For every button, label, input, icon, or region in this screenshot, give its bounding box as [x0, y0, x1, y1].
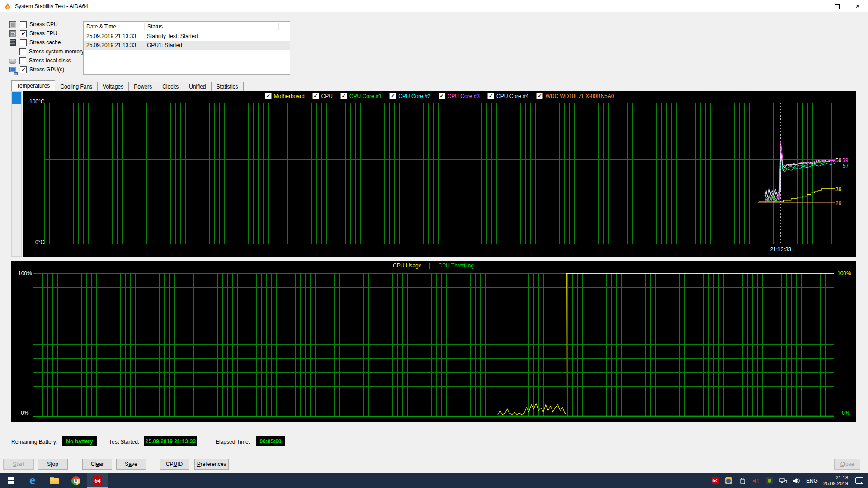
title-bar: System Stability Test - AIDA64 × [0, 0, 868, 12]
stress-option-stress-system-memory[interactable]: Stress system memory [9, 47, 84, 56]
tray-nvidia-button[interactable] [763, 473, 776, 488]
stress-option-label: Stress FPU [29, 30, 57, 37]
remaining-battery-value: No battery [62, 436, 97, 446]
current-value-label: 59 [835, 157, 841, 164]
tray-aida64-button[interactable]: 64 [708, 473, 722, 488]
tray-daemon-tools-button[interactable] [722, 473, 736, 488]
legend-item-cpu[interactable]: ✔CPU [312, 93, 333, 99]
close-window-button[interactable]: × [847, 0, 868, 12]
taskbar-explorer-button[interactable] [43, 473, 65, 488]
stress-option-label: Stress system memory [29, 48, 84, 55]
checkbox[interactable]: ✔ [312, 93, 319, 99]
action-center-icon[interactable] [855, 477, 863, 484]
memory-icon [9, 48, 16, 55]
usage-title-part: CPU Usage [393, 263, 421, 269]
checkbox[interactable]: ✔ [487, 93, 494, 99]
usage-title-part: CPU Throttling [439, 263, 474, 269]
legend-item-wdc-wd10ezex-00bn5a0[interactable]: ✔WDC WD10EZEX-00BN5A0 [536, 93, 614, 99]
event-status: GPU1: Started [144, 41, 278, 50]
tab-clocks[interactable]: Clocks [157, 82, 184, 91]
tab-voltages[interactable]: Voltages [97, 82, 129, 91]
checkbox[interactable]: ✔ [20, 30, 27, 37]
tab-cooling-fans[interactable]: Cooling Fans [55, 82, 98, 91]
tab-strip: TemperaturesCooling FansVoltagesPowersCl… [11, 81, 243, 91]
checkbox[interactable]: ✔ [340, 93, 347, 99]
event-log-row[interactable]: 25.09.2019 21:13:33Stability Test: Start… [84, 32, 290, 41]
cpu-icon [9, 21, 16, 28]
disk-icon [9, 59, 16, 64]
taskbar: e 64 64 [0, 473, 868, 488]
tray-usb-button[interactable] [736, 473, 749, 488]
legend-item-cpu-core-1[interactable]: ✔CPU Core #1 [340, 93, 382, 99]
tray-network-button[interactable] [776, 473, 790, 488]
legend-item-cpu-core-4[interactable]: ✔CPU Core #4 [487, 93, 528, 99]
column-header-datetime[interactable]: Date & Time [84, 23, 145, 30]
tab-powers[interactable]: Powers [128, 82, 157, 91]
scrollbar-thumb[interactable] [12, 92, 21, 104]
preferences-button[interactable]: Preferences [194, 459, 229, 470]
minimize-icon [814, 6, 818, 6]
usage-chart-title: CPU Usage|CPU Throttling [11, 263, 856, 269]
checkbox[interactable] [20, 21, 27, 28]
event-log-header: Date & Time Status [84, 22, 290, 32]
clear-button[interactable]: Clear [82, 459, 112, 470]
minimize-button[interactable] [806, 0, 826, 12]
checkbox[interactable]: ✔ [439, 93, 445, 99]
restore-icon [835, 4, 840, 9]
stop-button[interactable]: Stop [38, 459, 68, 470]
taskbar-clock[interactable]: 21:18 25.09.2019 [821, 475, 851, 487]
temperature-scale-scrollbar[interactable] [11, 91, 22, 257]
usage-left-min-label: 0% [21, 410, 28, 416]
start-button[interactable]: Start [3, 459, 34, 470]
usage-right-min-label: 0% [842, 410, 849, 416]
checkbox[interactable]: ✔ [265, 93, 272, 99]
event-datetime [84, 59, 144, 68]
legend-item-cpu-core-3[interactable]: ✔CPU Core #3 [439, 93, 480, 99]
event-datetime: 25.09.2019 21:13:33 [84, 41, 144, 50]
taskbar-chrome-button[interactable] [65, 473, 87, 488]
event-status [144, 68, 278, 77]
checkbox[interactable] [19, 48, 26, 55]
legend-label: CPU Core #3 [448, 93, 480, 99]
stress-option-stress-local-disks[interactable]: Stress local disks [9, 56, 84, 65]
checkbox[interactable] [20, 39, 27, 46]
restore-button[interactable] [826, 0, 847, 12]
event-log-row[interactable]: 25.09.2019 21:13:33GPU1: Started [84, 41, 290, 50]
event-log-empty-row[interactable] [84, 59, 290, 68]
stress-option-stress-fpu[interactable]: ✔Stress FPU [9, 29, 84, 38]
stress-option-stress-cpu[interactable]: Stress CPU [9, 20, 84, 29]
event-status: Stability Test: Started [144, 32, 278, 41]
tray-audio-device-button[interactable] [749, 473, 763, 488]
close-icon: × [855, 3, 859, 10]
cpuid-button[interactable]: CPUID [160, 459, 189, 470]
legend-item-motherboard[interactable]: ✔Motherboard [265, 93, 305, 99]
test-start-time-label: 21:13:33 [770, 246, 791, 253]
daemon-tools-icon [725, 477, 732, 484]
temperature-chart [44, 103, 835, 244]
stress-option-stress-cache[interactable]: Stress cache [9, 38, 84, 47]
speaker-red-icon [752, 477, 760, 484]
language-indicator[interactable]: ENG [803, 478, 821, 484]
save-button[interactable]: Save [116, 459, 146, 470]
stress-option-label: Stress cache [29, 39, 61, 46]
test-started-label: Test Started: [109, 439, 139, 445]
close-button[interactable]: Close [834, 459, 860, 470]
tray-volume-button[interactable] [790, 473, 803, 488]
event-log-empty-row[interactable] [84, 68, 290, 77]
tab-temperatures[interactable]: Temperatures [11, 80, 55, 91]
stress-option-stress-gpu-s[interactable]: ✔Stress GPU(s) [9, 65, 84, 74]
taskbar-aida64-button[interactable]: 64 [87, 473, 108, 488]
start-menu-button[interactable] [0, 473, 22, 488]
tab-unified[interactable]: Unified [184, 82, 211, 91]
checkbox[interactable]: ✔ [20, 66, 27, 73]
checkbox[interactable]: ✔ [389, 93, 396, 99]
usage-title-part: | [429, 263, 430, 269]
taskbar-edge-button[interactable]: e [22, 473, 43, 488]
fpu-icon [9, 30, 16, 37]
event-log-empty-row[interactable] [84, 50, 290, 59]
legend-item-cpu-core-2[interactable]: ✔CPU Core #2 [389, 93, 430, 99]
checkbox[interactable]: ✔ [536, 93, 543, 99]
tab-statistics[interactable]: Statistics [211, 82, 244, 91]
checkbox[interactable] [19, 57, 26, 64]
column-header-status[interactable]: Status [145, 23, 279, 30]
